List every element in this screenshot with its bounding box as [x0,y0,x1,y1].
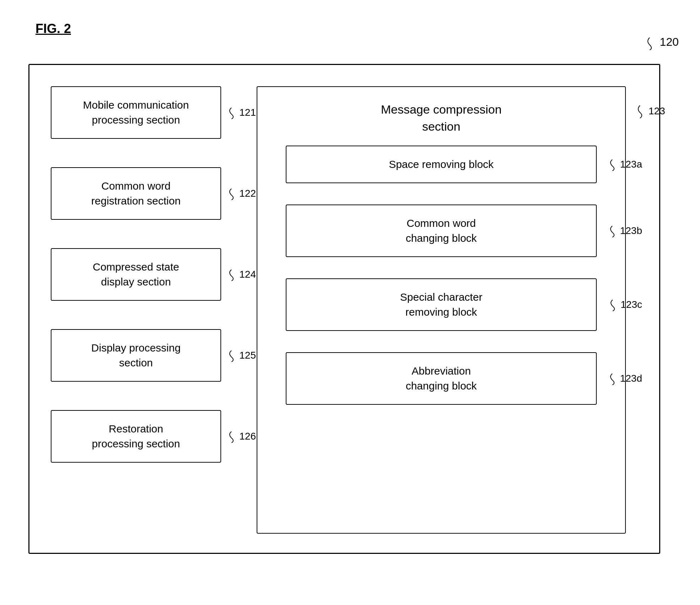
label-123d: 123d [606,372,642,386]
label-120: 120 [642,36,679,50]
display-processing-section: Display processingsection 125 [51,329,221,382]
common-word-changing-block: Common wordchanging block 123b [286,205,597,257]
label-123c: 123c [606,298,642,312]
abbreviation-changing-block: Abbreviationchanging block 123d [286,352,597,405]
left-column: Mobile communicationprocessing section 1… [51,86,221,463]
restoration-processing-section: Restorationprocessing section 126 [51,410,221,463]
common-word-registration-section: Common wordregistration section 122 [51,167,221,220]
special-character-removing-block: Special characterremoving block 123c [286,278,597,331]
blocks-column: Space removing block 123a Common wordcha… [257,146,625,405]
figure-title: FIG. 2 [35,21,71,36]
message-compression-title: Message compressionsection [257,101,625,135]
compressed-state-display-section: Compressed statedisplay section 124 [51,248,221,301]
label-125: 125 [225,348,256,362]
label-126: 126 [225,429,256,443]
outer-box: Mobile communicationprocessing section 1… [28,64,660,554]
label-123: 123 [633,104,665,118]
label-121: 121 [225,105,256,119]
label-124: 124 [225,267,256,281]
label-123a: 123a [606,158,642,171]
message-compression-section: Message compressionsection Space removin… [257,86,626,534]
mobile-communication-section: Mobile communicationprocessing section 1… [51,86,221,139]
label-122: 122 [225,186,256,200]
space-removing-block: Space removing block 123a [286,146,597,183]
label-123b: 123b [606,224,642,238]
